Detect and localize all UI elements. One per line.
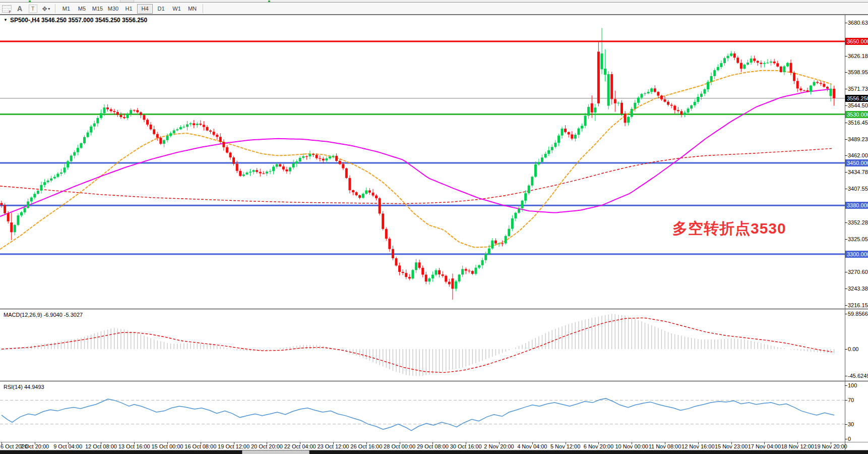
candle-body (226, 147, 228, 153)
candle-body (442, 274, 444, 276)
candle-body (133, 110, 136, 110)
candle-body (60, 173, 63, 174)
candle-body (796, 81, 799, 89)
indicator-tick-label: 30 (848, 421, 854, 427)
candle-body (239, 171, 241, 176)
candle-body (20, 212, 23, 215)
candle-body (395, 258, 398, 265)
price-tick-label: 3243.380 (848, 286, 868, 292)
axis-tick-mark (845, 385, 847, 386)
candle-body (736, 58, 739, 63)
price-tick-label: 3571.730 (848, 86, 868, 92)
price-tick-label: 3407.555 (848, 186, 868, 192)
candle-body (295, 161, 298, 163)
candle-body (166, 136, 169, 140)
candle-body (627, 117, 630, 123)
candle-body (670, 105, 673, 106)
axis-tick-mark (845, 23, 847, 23)
candle-body (392, 249, 394, 258)
candle-body (256, 170, 258, 172)
candle-body (302, 156, 304, 158)
time-tick-label: 28 Oct 00:00 (384, 443, 415, 449)
candle-body (753, 59, 756, 61)
candle-body (458, 274, 461, 281)
candle-body (70, 156, 73, 161)
candle-body (411, 270, 414, 278)
candle-body (541, 157, 543, 162)
time-tick-label: 29 Oct 08:00 (417, 443, 449, 449)
indicator-tick-label: 0.00 (848, 346, 858, 352)
chevron-down-icon[interactable]: ▼ (4, 18, 8, 22)
candle-body (431, 275, 434, 278)
chart-annotation-text: 多空转折点3530 (672, 218, 786, 239)
axis-tick-mark (845, 155, 847, 156)
price-tick-label: 3626.180 (848, 53, 868, 59)
candle-body (700, 94, 703, 97)
candle-body (319, 158, 321, 159)
candle-body (647, 92, 650, 93)
candle-body (528, 186, 530, 193)
candle-body (348, 178, 351, 190)
candle-body (345, 168, 348, 178)
candle-body (617, 103, 619, 103)
candle-body (77, 148, 79, 152)
candle-body (316, 155, 318, 158)
candle-body (667, 102, 669, 105)
candle-body (402, 272, 404, 273)
axis-tick-mark (845, 189, 847, 189)
price-tick-label: 3325.055 (848, 236, 868, 242)
candle-body (743, 65, 746, 69)
candle-body (190, 123, 192, 124)
axis-tick-mark (845, 172, 847, 173)
candle-body (786, 63, 789, 67)
candle-body (110, 109, 112, 111)
time-tick-label: 19 Nov 20:00 (814, 443, 847, 449)
price-line-badge: 3556.250 (845, 95, 868, 102)
candle-body (757, 61, 759, 63)
candle-body (551, 147, 553, 150)
candle-body (823, 84, 825, 87)
candle-body (435, 270, 437, 275)
time-tick-label: 11 Nov 08:00 (649, 443, 681, 449)
axis-tick-mark (845, 89, 847, 89)
candle-body (143, 115, 145, 120)
candle-body (518, 208, 520, 213)
candle-body (574, 135, 577, 139)
candle-body (308, 154, 311, 156)
candle-body (352, 190, 354, 192)
candle-body (27, 201, 29, 208)
candle-body (594, 107, 596, 112)
indicator-tick-label: 59.8566 (848, 311, 868, 317)
candle-body (637, 98, 640, 103)
candle-body (494, 241, 497, 244)
candle-body (733, 53, 736, 58)
candle-body (4, 205, 6, 213)
candle-body (130, 110, 132, 114)
indicator-tick-label: 100 (848, 382, 857, 388)
candle-body (810, 86, 812, 92)
candle-body (127, 114, 129, 118)
candle-body (660, 96, 663, 99)
axis-tick-mark (845, 400, 847, 401)
candle-body (471, 271, 474, 274)
candle-body (312, 154, 315, 155)
candle-body (119, 115, 122, 117)
candle-body (604, 69, 606, 75)
candle-body (116, 112, 119, 115)
candle-body (813, 82, 816, 85)
price-line-badge: 3380.000 (845, 202, 868, 209)
axis-tick-mark (845, 289, 847, 289)
candle-body (1, 203, 3, 205)
candle-body (780, 67, 782, 72)
candle-body (379, 198, 381, 213)
candle-body (657, 92, 659, 95)
time-tick-label: 19 Oct 12:00 (218, 443, 250, 449)
candle-body (581, 126, 583, 128)
candle-body (415, 262, 417, 270)
candle-body (339, 161, 341, 164)
candle-body (222, 142, 225, 147)
time-tick-label: 26 Oct 16:00 (350, 443, 382, 449)
candle-body (806, 90, 809, 92)
candle-body (153, 129, 155, 134)
candle-body (713, 70, 716, 76)
